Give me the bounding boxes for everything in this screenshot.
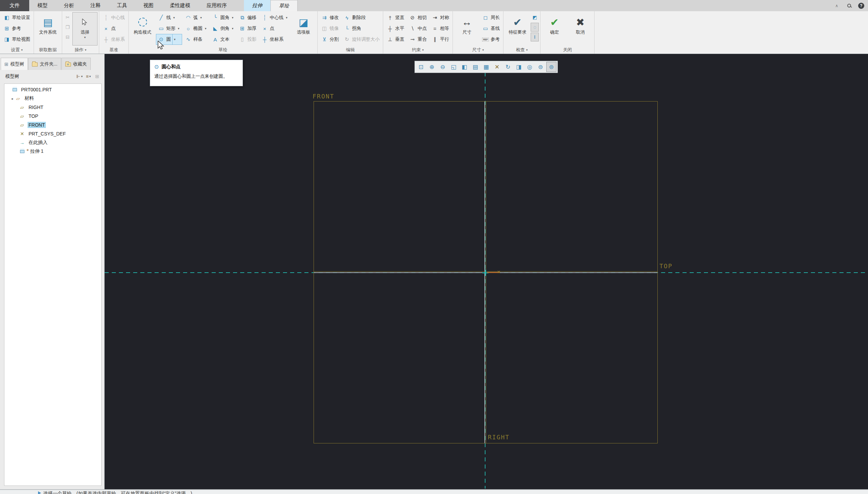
feature-requirements-button[interactable]: ✔特征要求 [505,12,530,45]
tab-sketch[interactable]: 草绘 [270,0,298,11]
ellipse-button[interactable]: ○椭圆▾ [183,23,209,34]
overlapping-geometry-button[interactable]: Ⅰ [531,33,539,41]
tree-item-csys[interactable]: ✕PRT_CSYS_DEF [4,129,101,138]
parallel-constraint-button[interactable]: ∥平行 [429,34,451,45]
mirror-button[interactable]: ◫镜像 [319,23,341,34]
reference-dim-button[interactable]: REF参考 [480,34,502,45]
centerline-button[interactable]: ┊中心线▾ [259,12,290,23]
select-button[interactable]: 选择▾ [72,12,98,45]
equal-constraint-button[interactable]: =相等 [429,23,451,34]
ok-button[interactable]: ✔确定 [542,12,567,45]
graphics-area[interactable]: × FRONT TOP RIGHT ⊡⊕⊖◱◧▤▦✕↻◨◎⊜⊚ ⊙ 圆心和点 通… [105,54,868,489]
centerline-dropdown[interactable]: ▾ [285,15,288,20]
help-icon[interactable]: ? [858,2,865,9]
datum-display-filters-icon[interactable]: ✕ [492,62,502,72]
fillet-dropdown[interactable]: ▾ [231,15,234,20]
ribbon-group-label-dimension[interactable]: 尺寸▾ [454,46,502,54]
tree-settings-icon[interactable]: ≡▾ [84,72,93,80]
nav-tab-favorites[interactable]: 收藏夹 [61,58,91,70]
symmetric-constraint-button[interactable]: ⇥对称 [429,12,451,23]
tree-item-materials[interactable]: ▸▱材料 [4,94,101,103]
references-button[interactable]: ⊞参考 [1,23,32,34]
section-icon[interactable]: ◨ [514,62,524,72]
project-button[interactable]: ▯投影 [237,34,259,45]
modify-button[interactable]: ⇉修改 [319,12,341,23]
ellipse-dropdown[interactable]: ▾ [204,26,207,31]
copy-button[interactable]: ❐ [64,23,72,32]
rectangle-button[interactable]: ▭矩形▾ [156,23,182,34]
fillet-button[interactable]: ╰圆角▾ [210,12,236,23]
ribbon-group-label-operations[interactable]: 操作▾ [64,46,98,54]
shade-closed-loops-button[interactable]: ◩ [531,13,539,22]
horizontal-constraint-button[interactable]: ┼水平 [385,23,406,34]
display-style-icon[interactable]: ◧ [459,62,470,72]
perimeter-button[interactable]: ◻周长 [480,12,502,23]
perpendicular-constraint-button[interactable]: ⊥垂直 [385,34,406,45]
tab-view[interactable]: 视图 [135,0,162,11]
rotate-resize-button[interactable]: ↻旋转调整大小 [341,34,382,45]
point-button[interactable]: ×点 [259,23,290,34]
tab-annotate[interactable]: 注释 [82,0,109,11]
datum-centerline-button[interactable]: ┊中心线 [101,12,127,23]
select-dropdown[interactable]: ▾ [84,36,86,39]
nav-tab-folder-browser[interactable]: 文件夹... [28,58,61,70]
tab-applications[interactable]: 应用程序 [198,0,235,11]
tangent-constraint-button[interactable]: ⊘相切 [407,12,429,23]
arc-button[interactable]: ◠弧▾ [183,12,209,23]
thicken-button[interactable]: ⊞加厚 [237,23,259,34]
rectangle-dropdown[interactable]: ▾ [177,26,180,31]
spline-button[interactable]: ∿样条 [183,34,209,45]
tree-item-extrude-1[interactable]: ∗拉伸 1 [4,147,101,156]
tab-tools[interactable]: 工具 [109,0,135,11]
baseline-button[interactable]: ▭基线 [480,23,502,34]
tree-tools-icon[interactable]: ⊩▾ [75,72,84,80]
sketch-display-filters-icon[interactable]: ⊚ [546,62,556,72]
nav-tab-model-tree[interactable]: ⊞模型树 [1,58,28,70]
tree-filter-icon[interactable]: ⊞ [93,72,102,80]
tree-item-top-plane[interactable]: ▱TOP [4,112,101,121]
corner-button[interactable]: └拐角 [341,23,382,34]
highlight-open-ends-button[interactable]: ◌ [531,23,539,32]
file-system-button[interactable]: ▤文件系统 [35,12,60,45]
tab-file[interactable]: 文件 [0,0,29,11]
delete-segment-button[interactable]: ϟ删除段 [341,12,382,23]
paste-button[interactable]: ⊟ [64,33,72,41]
line-button[interactable]: ╱线▾ [156,12,182,23]
text-button[interactable]: A文本 [210,34,236,45]
saved-orientations-icon[interactable]: ▤ [470,62,480,72]
midpoint-constraint-button[interactable]: ∖中点 [407,23,429,34]
coincident-constraint-button[interactable]: ⊸重合 [407,34,429,45]
ribbon-group-label-inspect[interactable]: 检查▾ [505,46,539,54]
tab-analysis[interactable]: 分析 [56,0,82,11]
offset-button[interactable]: ⧉偏移 [237,12,259,23]
circle-dropdown[interactable]: ▾ [172,34,176,44]
zoom-out-icon[interactable]: ⊖ [438,62,448,72]
search-icon[interactable] [846,2,852,9]
divide-button[interactable]: ⊻分割 [319,34,341,45]
vertical-constraint-button[interactable]: †竖直 [385,12,406,23]
chamfer-button[interactable]: ◣倒角▾ [210,23,236,34]
refit-icon[interactable]: ◱ [448,62,459,72]
ribbon-group-label-settings[interactable]: 设置▾ [1,46,32,54]
datum-point-button[interactable]: ×点 [101,23,127,34]
tree-item-part[interactable]: PRT0001.PRT [4,85,101,94]
coordinate-system-button[interactable]: ┼坐标系 [259,34,290,45]
tab-extrude[interactable]: 拉伸 [244,0,270,11]
tab-model[interactable]: 模型 [29,0,56,11]
tab-flexible-modeling[interactable]: 柔性建模 [162,0,198,11]
collapse-ribbon-icon[interactable]: ∧ [833,2,840,9]
dimension-button[interactable]: ↔尺寸 [454,12,479,45]
zoom-window-icon[interactable]: ⊡ [416,62,426,72]
expander-icon[interactable]: ▸ [11,97,15,100]
sketch-setup-button[interactable]: ◧草绘设置 [1,12,32,23]
tree-item-right-plane[interactable]: ▱RIGHT [4,103,101,112]
sketch-orientation-icon[interactable]: ↻ [503,62,513,72]
sketch-view-button[interactable]: ◨草绘视图 [1,34,32,45]
constraint-display-icon[interactable]: ⊜ [535,62,546,72]
arc-dropdown[interactable]: ▾ [200,15,203,20]
ribbon-group-label-constrain[interactable]: 约束▾ [385,46,451,54]
datum-csys-button[interactable]: ┼坐标系 [101,34,127,45]
zoom-in-icon[interactable]: ⊕ [427,62,437,72]
cut-button[interactable]: ✂ [64,13,72,22]
tree-item-front-plane[interactable]: ▱FRONT [4,121,101,129]
